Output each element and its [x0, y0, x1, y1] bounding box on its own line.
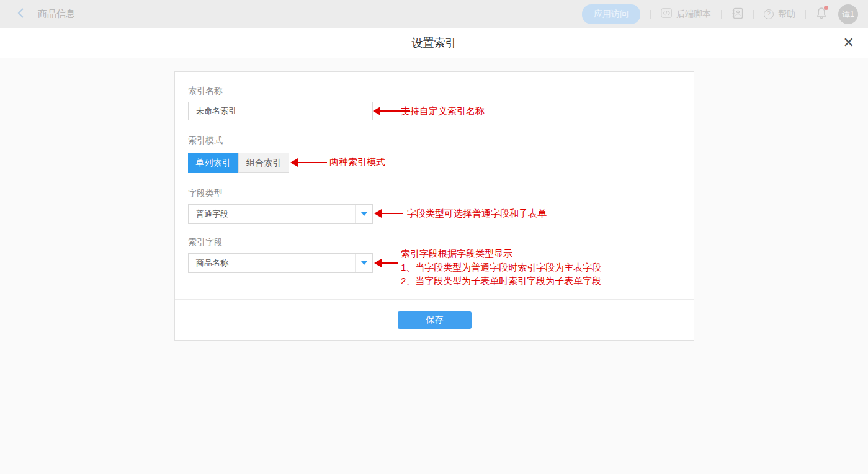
avatar[interactable]: 谭1	[838, 4, 858, 24]
modal-header: 设置索引 ✕	[0, 28, 868, 58]
annotation-index-mode: 两种索引模式	[329, 156, 385, 168]
index-field-label: 索引字段	[188, 237, 223, 248]
index-mode-label: 索引模式	[188, 135, 223, 146]
back-chevron-icon	[17, 7, 25, 21]
code-icon	[661, 8, 672, 20]
mode-single-column-button[interactable]: 单列索引	[188, 153, 238, 173]
annotation-arrow-field-type	[374, 209, 403, 218]
topbar-divider	[753, 10, 754, 19]
index-field-value: 商品名称	[189, 257, 355, 269]
field-type-label: 字段类型	[188, 188, 223, 199]
annotation-arrow-index-field	[374, 259, 398, 267]
save-button[interactable]: 保存	[398, 311, 472, 329]
close-icon[interactable]: ✕	[843, 36, 854, 50]
backend-script-button[interactable]: 后端脚本	[661, 8, 711, 20]
topbar-divider	[721, 10, 722, 19]
annotation-field-type: 字段类型可选择普通字段和子表单	[407, 208, 547, 220]
index-name-label: 索引名称	[188, 86, 223, 97]
notification-badge	[824, 6, 828, 10]
annotation-index-field: 索引字段根据字段类型显示 1、当字段类型为普通字段时索引字段为主表字段 2、当字…	[401, 247, 601, 288]
help-button[interactable]: ? 帮助	[764, 9, 795, 20]
app-access-button[interactable]: 应用访问	[582, 4, 640, 24]
field-type-value: 普通字段	[189, 208, 355, 220]
topbar-divider	[805, 10, 806, 19]
form-title: 商品信息	[38, 8, 75, 20]
mode-composite-button[interactable]: 组合索引	[238, 153, 289, 173]
index-name-input[interactable]	[188, 102, 373, 120]
contacts-button[interactable]	[732, 7, 743, 21]
chevron-down-icon	[355, 205, 372, 223]
back-button[interactable]	[17, 7, 25, 21]
notifications-button[interactable]	[816, 7, 827, 22]
field-type-select[interactable]: 普通字段	[188, 204, 373, 224]
annotation-index-name: 支持自定义索引名称	[401, 105, 485, 117]
index-mode-toggle: 单列索引 组合索引	[188, 153, 289, 173]
contact-book-icon	[732, 7, 743, 21]
topbar-divider	[650, 10, 651, 19]
question-icon: ?	[764, 9, 774, 19]
page-title: 设置索引	[412, 35, 457, 50]
topbar: 商品信息 应用访问 后端脚本	[0, 0, 868, 28]
annotation-index-field-line1: 索引字段根据字段类型显示	[401, 247, 601, 261]
footer-divider	[175, 299, 694, 300]
index-field-select[interactable]: 商品名称	[188, 253, 373, 273]
index-settings-card: 索引名称 支持自定义索引名称 索引模式 单列索引 组合索引 两种索引模式 字段类…	[174, 71, 694, 341]
chevron-down-icon	[355, 254, 372, 272]
annotation-index-field-line3: 2、当字段类型为子表单时索引字段为子表单字段	[401, 274, 601, 288]
annotation-arrow-index-mode	[290, 158, 327, 167]
annotation-index-field-line2: 1、当字段类型为普通字段时索引字段为主表字段	[401, 261, 601, 274]
